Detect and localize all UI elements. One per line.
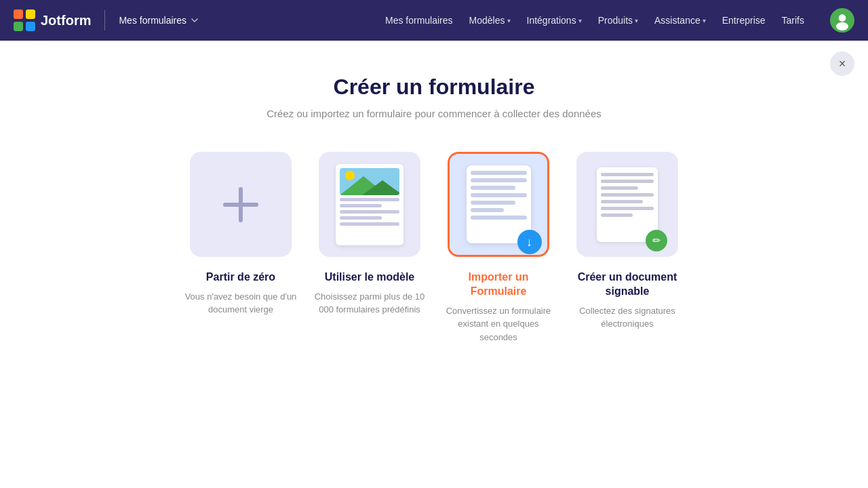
produits-chevron: ▾ xyxy=(635,17,638,24)
svg-rect-1 xyxy=(26,9,35,19)
logo-icon xyxy=(14,9,35,31)
template-line-3 xyxy=(340,210,399,214)
template-line-1 xyxy=(340,198,399,201)
template-line-5 xyxy=(340,222,399,226)
logo[interactable]: Jotform xyxy=(14,9,91,31)
import-line-7 xyxy=(471,216,527,220)
navbar-divider xyxy=(104,10,105,30)
nav-produits[interactable]: Produits ▾ xyxy=(591,11,645,30)
sign-line-2 xyxy=(601,180,654,183)
svg-rect-3 xyxy=(26,22,35,31)
svg-rect-2 xyxy=(14,22,23,31)
close-button[interactable]: × xyxy=(830,52,854,76)
current-section-chevron xyxy=(189,15,200,26)
card-template-title: Utiliser le modèle xyxy=(325,270,415,285)
import-line-4 xyxy=(471,193,527,197)
import-line-3 xyxy=(471,186,515,190)
modal-title: Créer un formulaire xyxy=(334,75,535,100)
svg-point-6 xyxy=(836,22,848,30)
logo-text: Jotform xyxy=(41,13,91,28)
import-download-icon: ↓ xyxy=(517,230,542,254)
navbar: Jotform Mes formulaires Mes formulaires … xyxy=(0,0,868,41)
sign-line-4 xyxy=(601,193,654,197)
card-from-scratch-desc: Vous n'avez besoin que d'un document vie… xyxy=(183,290,298,317)
modeles-chevron: ▾ xyxy=(507,17,511,24)
template-preview xyxy=(336,164,403,245)
nav-integrations[interactable]: Intégrations ▾ xyxy=(520,11,589,30)
nav-tarifs[interactable]: Tarifs xyxy=(775,11,811,30)
avatar-icon xyxy=(831,9,853,31)
card-signable-title: Créer un document signable xyxy=(570,270,685,299)
sign-line-6 xyxy=(601,207,654,210)
user-avatar[interactable] xyxy=(830,8,854,33)
template-mountain2-icon xyxy=(362,180,399,195)
card-import-title: Importer un Formulaire xyxy=(441,270,556,299)
template-line-2 xyxy=(340,204,382,207)
card-use-template[interactable]: Utiliser le modèle Choisissez parmi plus… xyxy=(312,152,427,317)
assistance-chevron: ▾ xyxy=(703,17,706,24)
import-line-2 xyxy=(471,178,527,182)
sign-line-7 xyxy=(601,214,633,217)
import-preview: ↓ xyxy=(467,165,531,243)
template-image-area xyxy=(340,168,399,195)
cards-container: Partir de zéro Vous n'avez besoin que d'… xyxy=(183,152,685,344)
plus-icon xyxy=(220,184,261,225)
card-signable-doc[interactable]: ✏ Créer un document signable Collectez d… xyxy=(570,152,685,331)
integrations-chevron: ▾ xyxy=(578,17,582,24)
card-from-scratch-title: Partir de zéro xyxy=(206,270,275,285)
template-line-4 xyxy=(340,216,382,220)
card-from-scratch[interactable]: Partir de zéro Vous n'avez besoin que d'… xyxy=(183,152,298,317)
sign-line-3 xyxy=(601,186,638,190)
import-line-5 xyxy=(471,201,515,205)
import-line-6 xyxy=(471,208,505,212)
card-signable-image: ✏ xyxy=(576,152,678,257)
nav-assistance[interactable]: Assistance ▾ xyxy=(648,11,713,30)
card-from-scratch-image xyxy=(190,152,292,257)
card-import-desc: Convertissez un formulaire existant en q… xyxy=(441,304,556,344)
card-signable-desc: Collectez des signatures électroniques xyxy=(570,304,685,331)
svg-rect-0 xyxy=(14,9,23,19)
sign-line-1 xyxy=(601,173,654,176)
import-line-1 xyxy=(471,171,527,175)
sign-icon: ✏ xyxy=(646,230,667,251)
nav-entreprise[interactable]: Entreprise xyxy=(715,11,772,30)
main-nav: Mes formulaires Modèles ▾ Intégrations ▾… xyxy=(378,11,811,30)
navbar-current-section[interactable]: Mes formulaires xyxy=(119,15,200,26)
card-import-form[interactable]: ↓ Importer un Formulaire Convertissez un… xyxy=(441,152,556,344)
nav-mes-formulaires[interactable]: Mes formulaires xyxy=(378,11,460,30)
modal-content: × Créer un formulaire Créez ou importez … xyxy=(0,41,868,488)
card-template-desc: Choisissez parmi plus de 10 000 formulai… xyxy=(312,290,427,317)
card-import-image: ↓ xyxy=(448,152,549,257)
modal-subtitle: Créez ou importez un formulaire pour com… xyxy=(267,108,601,119)
svg-point-5 xyxy=(839,14,846,22)
nav-modeles[interactable]: Modèles ▾ xyxy=(462,11,517,30)
sign-line-5 xyxy=(601,200,643,203)
card-template-image xyxy=(319,152,420,257)
sign-preview: ✏ xyxy=(597,167,658,242)
